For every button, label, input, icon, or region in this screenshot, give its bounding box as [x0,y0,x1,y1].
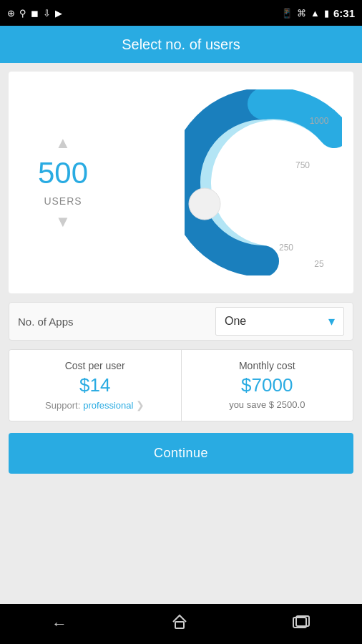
stepper-value: 500 [38,158,88,188]
svg-point-0 [189,188,220,220]
status-icons-right: 📱 ⌘ ▲ ▮ 6:31 [281,7,355,19]
continue-button[interactable]: Continue [9,433,353,474]
svg-text:1000: 1000 [310,116,329,126]
image-icon: ◼ [31,8,39,19]
support-value: professional [83,400,133,411]
status-time: 6:31 [333,7,355,19]
status-bar: ⊕ ⚲ ◼ ⇩ ▶ 📱 ⌘ ▲ ▮ 6:31 [0,0,362,26]
support-arrow-icon: ❯ [136,399,145,411]
monthly-cost-amount: $7000 [241,374,293,396]
usb-icon: ⚲ [19,8,26,19]
home-button[interactable] [170,613,189,635]
user-stepper: ▲ 500 USERS ▼ [20,135,106,230]
support-label: Support: [45,400,80,411]
monthly-cost-title: Monthly cost [239,360,295,371]
monthly-cost-cell: Monthly cost $7000 you save $ 2500.0 [182,350,353,421]
recent-apps-button[interactable] [292,615,310,633]
apps-dropdown[interactable]: One ▾ [215,307,344,336]
cost-per-user-amount: $14 [79,374,110,396]
apps-label: No. of Apps [18,316,215,328]
app-header: Select no. of users [0,26,362,63]
bottom-nav: ← [0,604,362,644]
svg-text:25: 25 [314,259,324,269]
support-row[interactable]: Support: professional ❯ [45,399,145,411]
cost-savings: you save $ 2500.0 [229,399,305,410]
status-icons-left: ⊕ ⚲ ◼ ⇩ ▶ [7,8,62,19]
page-title: Select no. of users [122,36,240,53]
dropdown-chevron-icon: ▾ [328,313,335,329]
apps-dropdown-value: One [225,315,246,328]
wifi-icon: ⌘ [297,8,306,19]
back-button[interactable]: ← [52,615,67,633]
download-icon: ⇩ [43,8,51,19]
svg-text:750: 750 [295,160,310,170]
gauge-svg: 1000 750 250 25 [185,89,342,275]
stepper-up-button[interactable]: ▲ [55,135,71,151]
stepper-label: USERS [44,195,82,207]
svg-text:250: 250 [279,243,293,253]
gauge-chart: 1000 750 250 25 [185,89,342,275]
android-icon: ⊕ [7,8,15,19]
main-content: ▲ 500 USERS ▼ 1000 750 250 25 [0,63,362,604]
cost-row: Cost per user $14 Support: professional … [9,349,353,421]
signal-icon: ▲ [310,8,320,19]
cost-per-user-cell: Cost per user $14 Support: professional … [9,350,182,421]
svg-rect-5 [175,622,184,628]
phone-icon: 📱 [281,8,293,19]
play-icon: ▶ [55,8,62,19]
cost-per-user-title: Cost per user [65,360,125,371]
stepper-down-button[interactable]: ▼ [55,214,71,230]
gauge-card: ▲ 500 USERS ▼ 1000 750 250 25 [9,72,353,293]
apps-row: No. of Apps One ▾ [9,302,353,341]
battery-icon: ▮ [324,8,329,19]
